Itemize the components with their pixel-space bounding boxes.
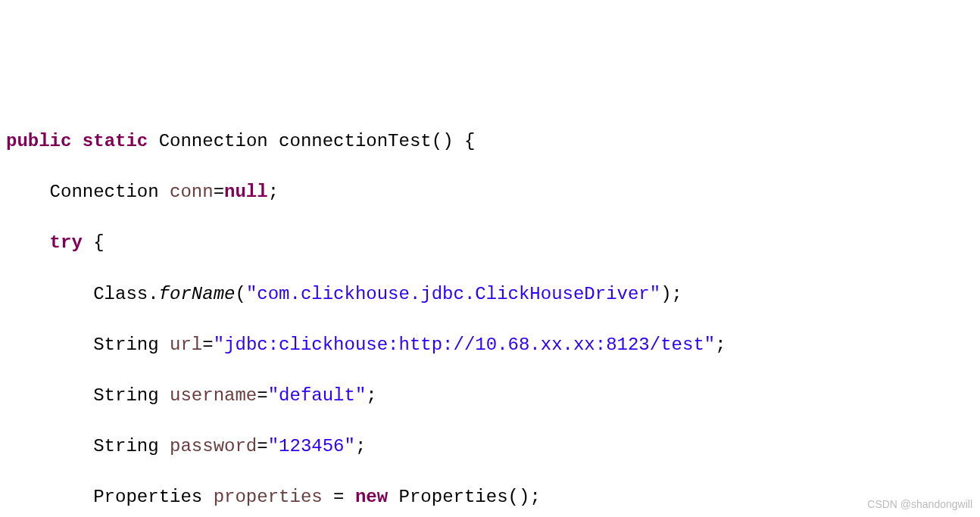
- type: Properties: [93, 487, 202, 507]
- equals: =: [257, 436, 267, 456]
- string-literal: "com.clickhouse.jdbc.ClickHouseDriver": [246, 284, 660, 304]
- semicolon: ;: [268, 182, 279, 202]
- paren-close: ): [660, 284, 671, 304]
- keyword-null: null: [224, 182, 268, 202]
- code-line-1[interactable]: public static Connection connectionTest(…: [0, 129, 980, 154]
- method-call: forName: [159, 284, 236, 304]
- code-line-6[interactable]: String username="default";: [0, 383, 980, 409]
- paren-open: (: [235, 284, 245, 304]
- parens: (): [432, 131, 454, 151]
- variable: conn: [170, 182, 214, 202]
- keyword-try: try: [50, 232, 83, 253]
- parens: (): [508, 487, 530, 507]
- brace-open: {: [464, 131, 475, 151]
- string-literal: "jdbc:clickhouse:http://10.68.xx.xx:8123…: [214, 335, 716, 355]
- semicolon: ;: [715, 335, 726, 355]
- keyword-new: new: [355, 487, 388, 507]
- string-literal: "123456": [268, 436, 355, 456]
- variable: properties: [214, 487, 323, 507]
- equals: =: [257, 385, 267, 406]
- equals: =: [214, 182, 224, 202]
- return-type: Connection: [159, 131, 268, 151]
- keyword-static: static: [83, 131, 148, 151]
- code-line-3[interactable]: try {: [0, 230, 980, 256]
- variable: password: [170, 436, 257, 456]
- indent: [6, 232, 50, 253]
- method-name: connectionTest: [279, 131, 432, 151]
- type: String: [93, 335, 158, 355]
- code-line-2[interactable]: Connection conn=null;: [0, 179, 980, 205]
- string-literal: "default": [268, 385, 367, 406]
- brace-open: {: [93, 232, 104, 253]
- indent: [6, 182, 50, 202]
- code-line-8[interactable]: Properties properties = new Properties()…: [0, 484, 980, 510]
- variable: username: [170, 385, 257, 406]
- equals: =: [202, 335, 213, 355]
- indent: [6, 335, 93, 355]
- code-line-4[interactable]: Class.forName("com.clickhouse.jdbc.Click…: [0, 282, 980, 307]
- watermark-text: CSDN @shandongwill: [867, 497, 972, 512]
- code-line-7[interactable]: String password="123456";: [0, 434, 980, 459]
- dot: .: [148, 284, 158, 304]
- type: String: [93, 385, 158, 406]
- semicolon: ;: [529, 487, 540, 507]
- class-ref: Class: [93, 284, 148, 304]
- semicolon: ;: [355, 436, 366, 456]
- code-editor[interactable]: public static Connection connectionTest(…: [0, 101, 980, 517]
- indent: [6, 487, 93, 507]
- type: String: [93, 436, 158, 456]
- type: Properties: [399, 487, 508, 507]
- indent: [6, 284, 93, 304]
- indent: [6, 436, 93, 456]
- code-line-5[interactable]: String url="jdbc:clickhouse:http://10.68…: [0, 332, 980, 358]
- variable: url: [170, 335, 202, 355]
- keyword-public: public: [6, 131, 71, 151]
- type: Connection: [50, 182, 159, 202]
- semicolon: ;: [672, 284, 682, 304]
- semicolon: ;: [366, 385, 376, 406]
- indent: [6, 385, 93, 406]
- equals: =: [323, 487, 355, 507]
